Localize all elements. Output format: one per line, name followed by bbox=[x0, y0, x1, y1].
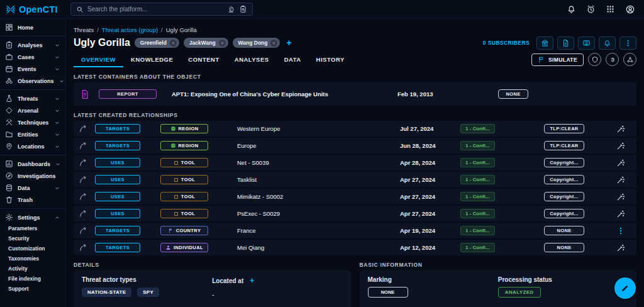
sidebar-item-analyses[interactable]: Analyses bbox=[0, 39, 65, 51]
label-chip-greenfield[interactable]: Greenfield bbox=[135, 38, 179, 48]
tab-content[interactable]: CONTENT bbox=[180, 52, 226, 67]
sidebar-item-arsenal[interactable]: Arsenal bbox=[0, 104, 65, 116]
sidebar-item-locations[interactable]: Locations bbox=[0, 140, 65, 152]
relationship-row[interactable]: USES TOOL Mimikatz - S0002 Apr 27, 2024 … bbox=[74, 189, 636, 204]
tool-square-icon bbox=[174, 194, 179, 199]
tab-data[interactable]: DATA bbox=[277, 52, 309, 67]
relationship-type-chip: TARGETS bbox=[95, 124, 140, 133]
shield-button[interactable] bbox=[588, 53, 601, 66]
relationship-row[interactable]: USES TOOL Net - S0039 Apr 28, 2024 1 - C… bbox=[74, 155, 636, 170]
entity-name[interactable]: Tasklist bbox=[230, 176, 400, 183]
sidebar-subitem-parameters[interactable]: Parameters bbox=[0, 223, 65, 233]
sidebar-item-cases[interactable]: Cases bbox=[0, 51, 65, 63]
auto-fix-icon[interactable] bbox=[616, 125, 625, 133]
sidebar-item-label: Settings bbox=[18, 215, 40, 221]
label-chip-jackwang[interactable]: JackWang bbox=[184, 38, 228, 48]
sidebar-subitem-security[interactable]: Security bbox=[0, 233, 65, 243]
card-button[interactable] bbox=[578, 36, 595, 50]
fingerprint-button[interactable] bbox=[606, 53, 619, 66]
edit-fab-button[interactable] bbox=[614, 277, 636, 299]
auto-fix-icon[interactable] bbox=[616, 209, 625, 218]
breadcrumb-threat-actors-group[interactable]: Threat actors (group) bbox=[102, 26, 158, 33]
opencti-logo[interactable]: OpenCTI bbox=[0, 4, 66, 14]
sidebar-item-trash[interactable]: Trash bbox=[0, 194, 65, 206]
account-icon[interactable] bbox=[625, 4, 635, 14]
entity-name[interactable]: Net - S0039 bbox=[230, 159, 400, 166]
sidebar-item-events[interactable]: Events bbox=[0, 63, 65, 75]
chevron-down-icon bbox=[54, 54, 60, 60]
sidebar-subitem-support[interactable]: Support bbox=[0, 284, 65, 294]
add-label-button[interactable]: + bbox=[286, 38, 291, 48]
diamond-icon bbox=[5, 106, 13, 114]
remove-label-icon[interactable] bbox=[270, 40, 277, 47]
auto-fix-icon[interactable] bbox=[616, 193, 625, 201]
apps-grid-icon[interactable] bbox=[606, 4, 615, 14]
container-title[interactable]: APT1: Exposing One of China's Cyber Espi… bbox=[169, 91, 397, 98]
file-button[interactable] bbox=[557, 36, 574, 50]
container-row[interactable]: REPORT APT1: Exposing One of China's Cyb… bbox=[74, 82, 636, 106]
sidebar-item-label: Arsenal bbox=[18, 108, 38, 114]
entity-type-chip: TOOL bbox=[160, 175, 208, 184]
marking-chip: TLP:CLEAR bbox=[544, 124, 584, 133]
sidebar-subitem-customization[interactable]: Customization bbox=[0, 243, 65, 254]
sidebar-item-threats[interactable]: Threats bbox=[0, 92, 65, 104]
remove-label-icon[interactable] bbox=[219, 40, 226, 47]
sidebar-item-techniques[interactable]: Techniques bbox=[0, 116, 65, 128]
sidebar-item-dashboards[interactable]: Dashboards bbox=[0, 158, 65, 170]
add-located-at-button[interactable]: + bbox=[250, 276, 254, 285]
main-content: Threats / Threat actors (group) / Ugly G… bbox=[66, 19, 644, 307]
relationship-row[interactable]: TARGETS INDIVIDUAL Mei Qiang Apr 12, 202… bbox=[74, 240, 636, 255]
relationship-type-chip: TARGETS bbox=[95, 141, 140, 150]
sidebar-subitem-file-indexing[interactable]: File indexing bbox=[0, 274, 65, 284]
relationship-row[interactable]: TARGETS COUNTRY France Apr 19, 2024 1 - … bbox=[74, 223, 636, 238]
sidebar-item-settings[interactable]: Settings bbox=[0, 211, 65, 223]
sidebar-subitem-activity[interactable]: Activity bbox=[0, 264, 65, 274]
confidence-chip: 1 - Confi... bbox=[460, 243, 495, 252]
label-chip-wang-dong[interactable]: Wang Dong bbox=[233, 38, 280, 48]
notifications-bell-icon[interactable] bbox=[567, 4, 576, 14]
entity-name[interactable]: Western Europe bbox=[230, 125, 400, 132]
search-input[interactable] bbox=[87, 6, 223, 13]
more-options-icon[interactable] bbox=[616, 226, 625, 235]
simulate-button[interactable]: SIMULATE bbox=[531, 53, 584, 66]
entity-name[interactable]: France bbox=[230, 227, 400, 234]
sidebar-item-label: Home bbox=[18, 25, 33, 31]
entity-name[interactable]: Mimikatz - S0002 bbox=[230, 193, 400, 200]
relationship-row[interactable]: TARGETS REGION Europe Jun 28, 2024 1 - C… bbox=[74, 138, 636, 154]
sidebar-item-investigations[interactable]: Investigations bbox=[0, 170, 65, 182]
tab-knowledge[interactable]: KNOWLEDGE bbox=[123, 52, 180, 67]
tab-history[interactable]: HISTORY bbox=[309, 52, 352, 67]
sidebar-item-entities[interactable]: Entities bbox=[0, 128, 65, 140]
clipboard-search-icon[interactable] bbox=[239, 5, 247, 13]
sidebar-item-home[interactable]: Home bbox=[0, 21, 65, 33]
auto-fix-icon[interactable] bbox=[616, 176, 625, 184]
breadcrumb-threats[interactable]: Threats bbox=[74, 26, 94, 33]
sidebar-subitem-taxonomies[interactable]: Taxonomies bbox=[0, 254, 65, 264]
auto-fix-icon[interactable] bbox=[616, 142, 625, 150]
country-flag-icon bbox=[168, 228, 174, 233]
relationship-row[interactable]: TARGETS REGION Western Europe Jul 27, 20… bbox=[74, 121, 636, 137]
global-search-bar[interactable] bbox=[70, 3, 253, 16]
sidebar-item-label: Investigations bbox=[18, 173, 56, 179]
alarm-icon[interactable] bbox=[586, 4, 596, 14]
tab-analyses[interactable]: ANALYSES bbox=[227, 52, 277, 67]
auto-fix-icon[interactable] bbox=[616, 243, 625, 252]
relationship-row[interactable]: USES TOOL PsExec - S0029 Apr 27, 2024 1 … bbox=[74, 206, 636, 221]
bank-button[interactable] bbox=[536, 36, 553, 50]
entity-name[interactable]: Europe bbox=[230, 142, 400, 149]
remove-label-icon[interactable] bbox=[170, 40, 177, 47]
sidebar-item-label: Data bbox=[18, 185, 30, 191]
sidebar-item-data[interactable]: Data bbox=[0, 182, 65, 194]
more-options-button[interactable] bbox=[619, 36, 636, 50]
sidebar-item-observations[interactable]: Observations bbox=[0, 75, 65, 87]
tab-overview[interactable]: OVERVIEW bbox=[74, 52, 123, 67]
microscope-icon[interactable] bbox=[227, 5, 235, 13]
entity-name[interactable]: PsExec - S0029 bbox=[230, 210, 400, 217]
region-globe-icon bbox=[170, 126, 176, 131]
entity-name[interactable]: Mei Qiang bbox=[230, 244, 400, 251]
type-chip-spy: SPY bbox=[137, 287, 159, 297]
relationship-row[interactable]: USES TOOL Tasklist Apr 27, 2024 1 - Conf… bbox=[74, 172, 636, 187]
auto-fix-icon[interactable] bbox=[616, 159, 625, 167]
hub-button[interactable] bbox=[623, 53, 636, 66]
subscribe-bell-button[interactable] bbox=[599, 36, 616, 50]
